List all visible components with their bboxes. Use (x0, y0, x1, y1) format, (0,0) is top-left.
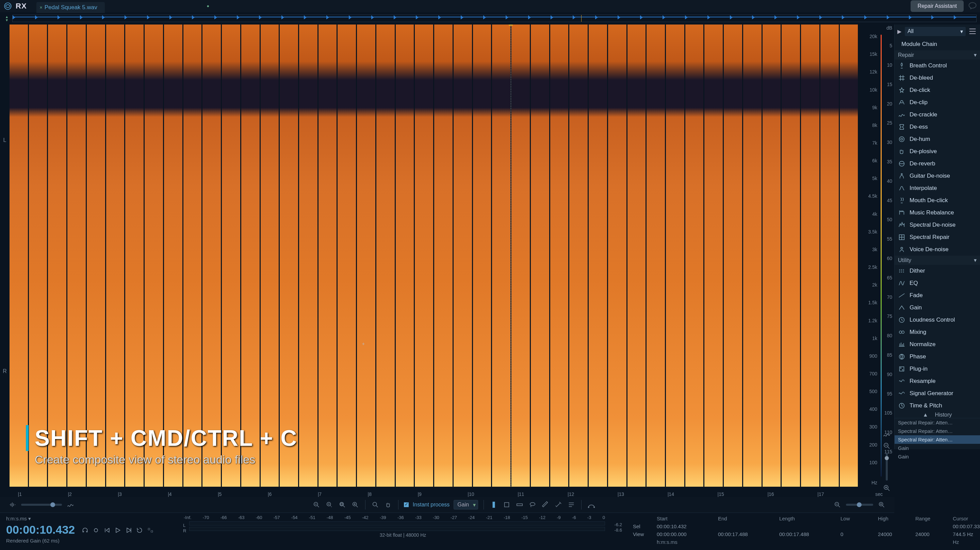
level-tick: -63 (238, 515, 245, 520)
level-meter-r (189, 527, 605, 531)
headphone-icon[interactable] (82, 527, 89, 534)
ruler-toggle-icon[interactable] (883, 430, 891, 438)
frequency-scale: Hz 20k15k12k10k9k8k7k6k5k4.5k4k3.5k3k2.5… (859, 24, 879, 487)
module-item[interactable]: De-hum (894, 133, 980, 145)
sel-cell (779, 523, 837, 529)
module-item[interactable]: Spectral De-noise (894, 219, 980, 231)
module-item[interactable]: Normalize (894, 338, 980, 351)
list-tool-icon[interactable] (567, 500, 576, 509)
tab-close-icon[interactable]: × (40, 5, 43, 10)
module-item[interactable]: Voice De-noise (894, 243, 980, 256)
module-list-toggle-icon[interactable] (968, 27, 977, 36)
section-repair[interactable]: Repair▾ (894, 50, 980, 59)
sel-cell: 00:00:17.488 (779, 531, 837, 537)
module-label: Interpolate (910, 185, 937, 191)
module-item[interactable]: De-reverb (894, 158, 980, 170)
overview-playhead[interactable] (581, 15, 582, 22)
play-sel-icon[interactable] (125, 527, 132, 534)
module-item[interactable]: Phase (894, 351, 980, 363)
loop-icon[interactable] (136, 527, 143, 534)
timeline-tick: |11 (517, 491, 524, 497)
freq-select-tool-icon[interactable] (515, 500, 524, 509)
timeline-ruler[interactable]: sec |1|2|3|4|5|6|7|8|9|10|11|12|13|14|15… (0, 487, 894, 497)
module-icon (898, 341, 905, 348)
grab-tool-icon[interactable] (384, 500, 393, 509)
vertical-slider[interactable] (886, 453, 888, 481)
module-item[interactable]: Breath Control (894, 59, 980, 72)
zoom-fit-icon[interactable] (325, 500, 334, 509)
module-item[interactable]: Mouth De-click (894, 194, 980, 207)
wand-tool-icon[interactable] (554, 500, 563, 509)
module-item[interactable]: Dither (894, 265, 980, 277)
zoom-tool-icon[interactable] (371, 500, 380, 509)
module-chain-row[interactable]: Module Chain (894, 38, 980, 50)
module-icon (898, 365, 905, 373)
svg-rect-9 (517, 504, 523, 506)
record-icon[interactable] (92, 527, 99, 534)
zoom-selection-icon[interactable] (338, 500, 347, 509)
module-item[interactable]: De-click (894, 84, 980, 96)
instant-process-checkbox[interactable] (404, 502, 409, 507)
module-item[interactable]: De-crackle (894, 108, 980, 121)
module-item[interactable]: De-clip (894, 96, 980, 108)
module-item[interactable]: Loudness Control (894, 314, 980, 326)
vertical-zoom-slider[interactable] (846, 504, 873, 506)
module-item[interactable]: Spectral Repair (894, 231, 980, 243)
filter-dropdown[interactable]: All▾ (905, 27, 966, 36)
process-select[interactable]: Gain (453, 500, 478, 510)
module-item[interactable]: Interpolate (894, 182, 980, 194)
shuffle-icon[interactable] (147, 527, 154, 534)
module-item[interactable]: Plug-in (894, 363, 980, 375)
level-tick: -42 (362, 515, 369, 520)
timeline-tick: |8 (368, 491, 372, 497)
brush-tool-icon[interactable] (541, 500, 550, 509)
history-item[interactable]: Spectral Repair: Atten… (894, 427, 980, 435)
time-select-tool-icon[interactable] (489, 500, 498, 509)
module-item[interactable]: Signal Generator (894, 387, 980, 400)
module-item[interactable]: De-bleed (894, 72, 980, 84)
opacity-slider[interactable] (21, 504, 62, 506)
channel-l-label: L (0, 24, 10, 256)
history-item[interactable]: Spectral Repair: Atten… (894, 435, 980, 444)
curve-tool-icon[interactable] (587, 500, 596, 509)
module-item[interactable]: De-ess (894, 121, 980, 133)
wave-spectro-icon[interactable] (66, 500, 75, 509)
waveform-bars-icon[interactable] (8, 500, 17, 509)
module-item[interactable]: Fade (894, 289, 980, 301)
overview-strip[interactable] (12, 14, 977, 22)
tf-select-tool-icon[interactable] (502, 500, 511, 509)
module-item[interactable]: EQ (894, 277, 980, 289)
sidebar-play-icon[interactable]: ▶ (897, 28, 903, 35)
spectrogram-view[interactable]: + SHIFT + CMD/CTRL + C Create composite … (10, 24, 859, 487)
repair-assistant-button[interactable]: Repair Assistant (911, 0, 964, 12)
svg-point-0 (5, 3, 11, 10)
module-item[interactable]: Music Rebalance (894, 207, 980, 219)
zoom-in-icon[interactable] (351, 500, 360, 509)
zoom-out-v-icon[interactable] (883, 442, 891, 450)
vzoom-out-icon[interactable] (833, 500, 842, 509)
sel-head: Length (779, 516, 837, 521)
module-item[interactable]: Guitar De-noise (894, 170, 980, 182)
module-label: Gain (910, 304, 922, 311)
assist-halo-icon[interactable] (968, 2, 977, 11)
zoom-in-v-icon[interactable] (883, 484, 891, 492)
module-item[interactable]: Gain (894, 301, 980, 314)
play-icon[interactable] (115, 527, 121, 534)
svg-rect-17 (151, 530, 153, 532)
time-format-select[interactable]: h:m:s.ms ▾ (6, 516, 171, 522)
module-item[interactable]: Time & Pitch (894, 400, 980, 412)
module-item[interactable]: Resample (894, 375, 980, 387)
rewind-icon[interactable] (103, 527, 110, 534)
section-utility[interactable]: Utility▾ (894, 256, 980, 265)
module-item[interactable]: De-plosive (894, 145, 980, 158)
zoom-out-icon[interactable] (312, 500, 321, 509)
history-item[interactable]: Gain (894, 444, 980, 452)
file-tab[interactable]: × Pedal Squeak 5.wav (37, 2, 105, 13)
module-item[interactable]: Mixing (894, 326, 980, 338)
history-item[interactable]: Gain (894, 452, 980, 461)
lasso-tool-icon[interactable] (528, 500, 537, 509)
history-item[interactable]: Spectral Repair: Atten… (894, 418, 980, 427)
history-up-icon[interactable]: ▲ (923, 412, 928, 418)
overview-vzoom[interactable]: ▴▾ (3, 15, 10, 22)
freq-unit: Hz (872, 480, 877, 485)
